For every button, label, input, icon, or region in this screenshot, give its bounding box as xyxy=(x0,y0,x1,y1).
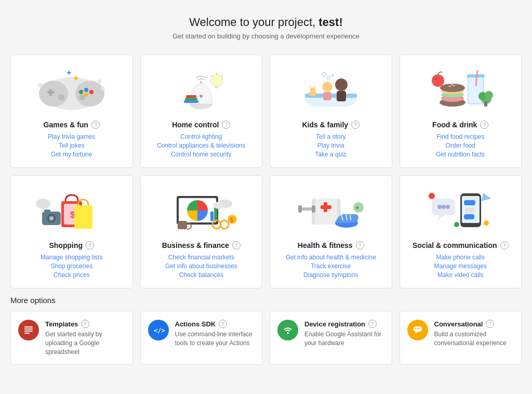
svg-point-25 xyxy=(200,95,203,98)
food-link-2[interactable]: Get nutrition facts xyxy=(436,151,485,158)
health-links: Get info about health & medicine Track e… xyxy=(286,254,376,279)
games-title-row: Games & fun ? xyxy=(44,121,100,129)
games-illustration: ★ + xyxy=(18,63,125,115)
svg-point-74 xyxy=(213,202,225,209)
kids-link-2[interactable]: Take a quiz xyxy=(315,151,347,158)
card-games[interactable]: ★ + Games & fun ? Play trivia games Tell… xyxy=(10,55,133,168)
business-link-0[interactable]: Check financial markets xyxy=(168,254,234,261)
games-link-1[interactable]: Tell jokes xyxy=(59,142,84,149)
svg-line-20 xyxy=(221,75,223,76)
svg-text:+: + xyxy=(66,68,71,77)
food-link-1[interactable]: Order food xyxy=(446,142,475,149)
social-link-2[interactable]: Make video calls xyxy=(437,271,484,279)
templates-content: Templates ? Get started easily by upload… xyxy=(45,320,125,356)
conversational-icon xyxy=(407,320,428,340)
games-link-2[interactable]: Get my fortune xyxy=(51,151,92,158)
svg-rect-84 xyxy=(312,205,315,213)
more-card-device-reg[interactable]: Device registration ? Enable Google Assi… xyxy=(270,311,392,365)
page-title: Welcome to your project, test! xyxy=(10,16,522,29)
card-shopping[interactable]: $ Shopping ? xyxy=(10,175,133,288)
social-link-0[interactable]: Make phone calls xyxy=(436,254,485,261)
svg-point-9 xyxy=(58,94,64,100)
card-kids[interactable]: Kids & family ? Tell a story Play trivia… xyxy=(270,55,392,168)
svg-point-94 xyxy=(442,205,446,209)
more-card-actions-sdk[interactable]: </> Actions SDK ? Use command-line inter… xyxy=(140,311,263,365)
social-info-icon[interactable]: ? xyxy=(500,241,509,249)
more-cards-grid: Templates ? Get started easily by upload… xyxy=(10,311,522,365)
food-link-0[interactable]: Find food recipes xyxy=(436,133,484,140)
svg-rect-4 xyxy=(49,89,52,96)
device-reg-content: Device registration ? Enable Google Assi… xyxy=(304,320,384,348)
business-link-1[interactable]: Get info about businesses xyxy=(165,262,237,270)
business-info-icon[interactable]: ? xyxy=(232,241,241,249)
svg-rect-29 xyxy=(323,92,331,100)
conversational-desc: Build a customized conversational experi… xyxy=(434,330,514,348)
card-health[interactable]: + Health & fitness ? Get info about heal… xyxy=(270,175,392,288)
conversational-title: Conversational xyxy=(434,320,483,328)
svg-rect-53 xyxy=(484,101,487,107)
card-food[interactable]: Food & drink ? Find food recipes Order f… xyxy=(400,55,522,168)
shopping-illustration: $ xyxy=(18,184,125,236)
more-options-title: More options xyxy=(10,296,522,305)
health-link-0[interactable]: Get info about health & medicine xyxy=(286,254,376,261)
svg-point-6 xyxy=(89,90,94,94)
svg-rect-89 xyxy=(464,200,475,205)
card-business[interactable]: $ Business & finance ? Check financial m… xyxy=(140,175,263,288)
svg-text:$: $ xyxy=(70,211,75,219)
games-info-icon[interactable]: ? xyxy=(91,121,100,129)
svg-rect-22 xyxy=(184,100,198,103)
svg-point-35 xyxy=(331,74,334,76)
shopping-link-0[interactable]: Manage shopping lists xyxy=(41,254,102,261)
food-info-icon[interactable]: ? xyxy=(480,121,488,129)
svg-point-46 xyxy=(453,85,455,86)
health-title-row: Health & fitness ? xyxy=(298,241,364,249)
social-title-row: Social & communication ? xyxy=(413,241,509,249)
card-home[interactable]: Home control ? Control lighting Control … xyxy=(140,55,263,168)
actions-sdk-info-icon[interactable]: ? xyxy=(219,320,227,328)
card-social[interactable]: Social & communication ? Make phone call… xyxy=(400,175,522,288)
svg-point-47 xyxy=(451,84,453,85)
svg-point-34 xyxy=(327,76,330,80)
kids-illustration xyxy=(277,63,384,115)
games-title: Games & fun xyxy=(44,121,88,129)
kids-link-1[interactable]: Play trivia xyxy=(317,142,344,149)
svg-rect-31 xyxy=(337,91,346,101)
actions-sdk-title: Actions SDK xyxy=(175,320,216,328)
svg-point-49 xyxy=(433,77,437,80)
shopping-link-1[interactable]: Shop groceries xyxy=(50,262,92,270)
health-link-2[interactable]: Diagnose symptons xyxy=(303,271,358,279)
more-card-templates[interactable]: Templates ? Get started easily by upload… xyxy=(10,311,133,365)
kids-link-0[interactable]: Tell a story xyxy=(316,133,345,140)
svg-point-30 xyxy=(335,78,348,91)
more-card-conversational[interactable]: Conversational ? Build a customized conv… xyxy=(400,311,522,365)
games-links: Play trivia games Tell jokes Get my fort… xyxy=(48,133,95,158)
svg-point-48 xyxy=(432,74,444,87)
social-link-1[interactable]: Manage messages xyxy=(434,262,487,270)
games-link-0[interactable]: Play trivia games xyxy=(48,133,95,140)
health-link-1[interactable]: Track exercise xyxy=(311,262,351,270)
device-reg-desc: Enable Google Assistant for your hardwar… xyxy=(304,330,384,348)
shopping-info-icon[interactable]: ? xyxy=(86,241,94,249)
business-link-2[interactable]: Check balances xyxy=(179,271,223,279)
svg-point-96 xyxy=(429,193,435,199)
home-link-1[interactable]: Control appliances & televisions xyxy=(157,142,245,149)
health-info-icon[interactable]: ? xyxy=(356,241,364,249)
social-illustration xyxy=(407,184,514,236)
svg-rect-72 xyxy=(178,221,187,229)
kids-info-icon[interactable]: ? xyxy=(351,121,360,129)
conversational-info-icon[interactable]: ? xyxy=(486,320,494,328)
device-reg-title: Device registration xyxy=(304,320,365,328)
home-link-0[interactable]: Control lighting xyxy=(180,133,222,140)
shopping-link-2[interactable]: Check prices xyxy=(54,271,89,279)
home-link-2[interactable]: Control home security xyxy=(171,151,232,158)
svg-rect-91 xyxy=(464,214,474,219)
device-reg-info-icon[interactable]: ? xyxy=(368,320,377,328)
templates-desc: Get started easily by uploading a Google… xyxy=(45,330,125,356)
svg-point-33 xyxy=(310,87,315,93)
templates-title: Templates xyxy=(45,320,78,328)
home-info-icon[interactable]: ? xyxy=(222,121,230,129)
svg-text:$: $ xyxy=(230,217,233,223)
svg-text:</>: </> xyxy=(154,327,165,334)
templates-info-icon[interactable]: ? xyxy=(81,320,89,328)
main-cards-grid: ★ + Games & fun ? Play trivia games Tell… xyxy=(10,55,522,288)
